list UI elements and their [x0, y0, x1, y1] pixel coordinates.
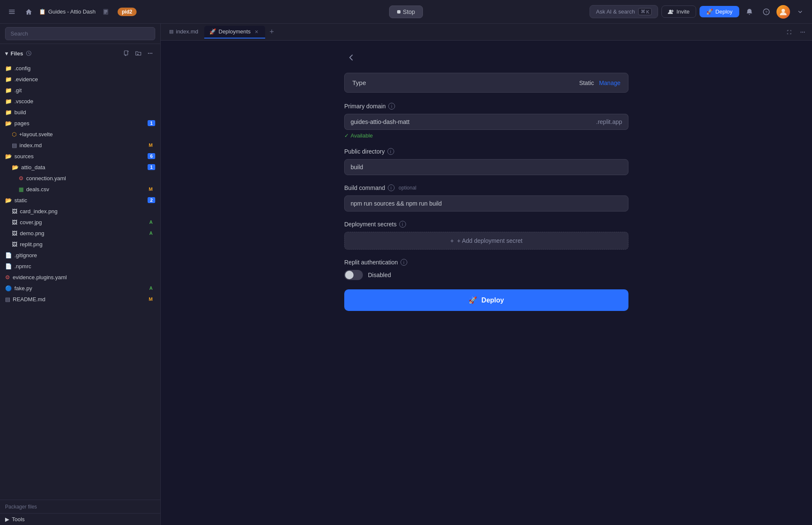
- more-tab-options-button[interactable]: [797, 26, 809, 38]
- list-item[interactable]: 📂 sources 6: [0, 151, 160, 162]
- yaml-icon: ⚙: [5, 274, 10, 280]
- topbar: 📋 Guides - Attio Dash pid2 Stop Ask AI &…: [0, 0, 812, 24]
- list-item[interactable]: 🖼 replit.png: [0, 239, 160, 250]
- deploy-main-button[interactable]: 🚀 Deploy: [344, 289, 628, 311]
- list-item[interactable]: 🖼 demo.png A: [0, 228, 160, 239]
- new-folder-icon: [135, 50, 141, 56]
- python-icon: 🔵: [5, 285, 12, 291]
- help-button[interactable]: ?: [760, 5, 773, 19]
- public-directory-section: Public directory i: [344, 148, 628, 175]
- main-layout: ▾ Files: [0, 24, 812, 525]
- notifications-button[interactable]: [743, 5, 756, 19]
- chevron-down-icon: [798, 9, 803, 14]
- badge-count: 2: [148, 197, 155, 203]
- doc-button[interactable]: [99, 5, 112, 19]
- tools-label: Tools: [12, 516, 25, 522]
- list-item[interactable]: ▤ README.md M: [0, 294, 160, 305]
- avatar-chevron-button[interactable]: [793, 5, 807, 19]
- build-command-info-icon[interactable]: i: [388, 184, 395, 191]
- build-command-input[interactable]: [344, 195, 628, 212]
- deploy-top-button[interactable]: 🚀 Deploy: [700, 6, 739, 17]
- tab-close-deployments[interactable]: ×: [253, 28, 260, 35]
- deploy-top-label: Deploy: [716, 8, 732, 15]
- sidebar-toggle-icon: [8, 8, 15, 15]
- public-directory-label: Public directory i: [344, 148, 628, 155]
- svg-rect-0: [9, 10, 15, 11]
- image-icon: 🖼: [12, 208, 17, 214]
- deploy-top-icon: 🚀: [706, 8, 713, 15]
- list-item[interactable]: 📂 static 2: [0, 195, 160, 206]
- csv-icon: ▦: [19, 186, 24, 192]
- sidebar-toggle-button[interactable]: [5, 5, 19, 19]
- primary-domain-info-icon[interactable]: i: [388, 103, 395, 110]
- auth-toggle[interactable]: [344, 270, 363, 280]
- invite-icon: [668, 9, 674, 15]
- deploy-main-label: Deploy: [481, 297, 504, 304]
- type-value: Static: [579, 80, 594, 86]
- back-arrow-icon: [347, 54, 355, 61]
- project-name: Guides - Attio Dash: [48, 8, 96, 15]
- new-file-button[interactable]: [121, 48, 132, 58]
- badge-added: A: [147, 285, 155, 291]
- new-folder-button[interactable]: [133, 48, 143, 58]
- replit-auth-info-icon[interactable]: i: [401, 259, 407, 266]
- list-item[interactable]: 🖼 cover.jpg A: [0, 217, 160, 228]
- files-header: ▾ Files: [0, 44, 160, 61]
- list-item[interactable]: ⚙ evidence.plugins.yaml: [0, 272, 160, 283]
- invite-button[interactable]: Invite: [661, 5, 696, 18]
- replit-auth-label: Replit authentication i: [344, 259, 628, 266]
- tab-deployments[interactable]: 🚀 Deployments ×: [204, 26, 265, 38]
- project-emoji-icon: 📋: [39, 8, 46, 15]
- search-input[interactable]: [5, 27, 155, 40]
- list-item[interactable]: 📁 .vscode: [0, 96, 160, 107]
- toggle-row: Disabled: [344, 270, 628, 280]
- add-secret-button[interactable]: + + Add deployment secret: [344, 232, 628, 250]
- avatar-image: [779, 8, 787, 16]
- public-directory-info-icon[interactable]: i: [387, 148, 394, 155]
- domain-input[interactable]: [344, 114, 590, 130]
- files-expand-icon: ▾: [5, 50, 8, 57]
- list-item[interactable]: 📄 .gitignore: [0, 250, 160, 261]
- files-label[interactable]: ▾ Files: [5, 50, 32, 57]
- packager-files-section: Packager files: [0, 500, 160, 513]
- manage-link[interactable]: Manage: [599, 80, 620, 86]
- avatar[interactable]: [776, 5, 790, 19]
- type-label: Type: [352, 79, 366, 86]
- public-directory-input[interactable]: [344, 159, 628, 175]
- stop-button[interactable]: Stop: [389, 5, 423, 18]
- list-item[interactable]: 📁 .config: [0, 63, 160, 74]
- list-item[interactable]: 📁 build: [0, 107, 160, 118]
- build-command-optional: optional: [399, 185, 417, 191]
- badge-count: 1: [148, 120, 155, 126]
- list-item[interactable]: 📂 pages 1: [0, 118, 160, 129]
- list-item[interactable]: 📁 .git: [0, 85, 160, 96]
- domain-suffix: .replit.app: [590, 114, 628, 130]
- files-actions: [121, 48, 155, 58]
- tab-add-button[interactable]: +: [266, 26, 278, 38]
- type-row: Type Static Manage: [344, 73, 628, 93]
- list-item[interactable]: ⬡ +layout.svelte: [0, 129, 160, 140]
- list-item[interactable]: 📂 attio_data 1: [0, 162, 160, 173]
- list-item[interactable]: 📄 .npmrc: [0, 261, 160, 272]
- expand-tab-button[interactable]: [783, 26, 795, 38]
- list-item[interactable]: ▦ deals.csv M: [0, 184, 160, 195]
- svg-rect-6: [104, 13, 106, 14]
- tab-index-md[interactable]: ▤ index.md: [164, 26, 203, 38]
- image-icon: 🖼: [12, 230, 17, 236]
- badge-count: 1: [148, 164, 155, 170]
- ai-search-button[interactable]: Ask AI & search ⌘ K: [590, 5, 658, 18]
- list-item[interactable]: ⚙ connection.yaml: [0, 173, 160, 184]
- tools-section[interactable]: ▶ Tools: [0, 513, 160, 525]
- pid-badge[interactable]: pid2: [118, 8, 137, 16]
- more-options-button[interactable]: [145, 48, 155, 58]
- list-item[interactable]: ▤ index.md M: [0, 140, 160, 151]
- add-secret-icon: +: [450, 237, 454, 244]
- badge-added: A: [147, 219, 155, 225]
- deployment-secrets-info-icon[interactable]: i: [399, 221, 406, 228]
- list-item[interactable]: 🖼 card_index.png: [0, 206, 160, 217]
- list-item[interactable]: 🔵 fake.py A: [0, 283, 160, 294]
- tools-expand-icon: ▶: [5, 516, 9, 522]
- home-button[interactable]: [22, 5, 36, 19]
- back-button[interactable]: [344, 51, 358, 64]
- list-item[interactable]: 📁 .evidence: [0, 74, 160, 85]
